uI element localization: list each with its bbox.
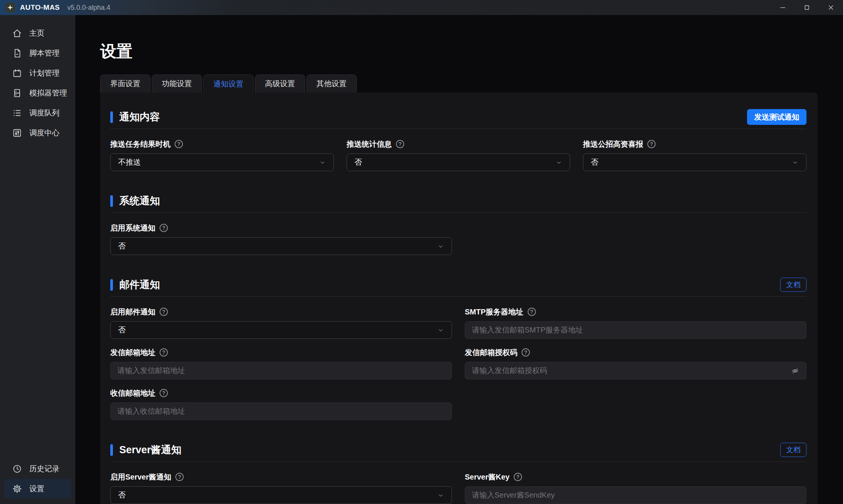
eye-off-icon xyxy=(791,367,799,375)
sidebar-item-label: 计划管理 xyxy=(29,68,59,78)
sidebar-item-home[interactable]: 主页 xyxy=(4,23,72,43)
field-label: 推送公招高资喜报 xyxy=(583,139,643,149)
push-recruit-select[interactable]: 否 xyxy=(583,153,806,171)
sidebar-item-dispatch[interactable]: 调度中心 xyxy=(4,123,72,143)
close-button[interactable] xyxy=(819,0,843,15)
notification-settings-panel: 通知内容 发送测试通知 推送任务结果时机 不推送 xyxy=(100,93,818,504)
help-icon[interactable] xyxy=(647,140,656,148)
sidebar-item-settings[interactable]: 设置 xyxy=(4,479,72,498)
tab-interface-settings[interactable]: 界面设置 xyxy=(100,74,151,93)
settings-icon xyxy=(12,484,22,494)
toggle-password-visibility-button[interactable] xyxy=(791,367,799,375)
field-label: 发信邮箱授权码 xyxy=(465,348,517,358)
sidebar-item-label: 调度队列 xyxy=(29,108,59,118)
section-divider xyxy=(110,213,806,213)
section-accent-bar xyxy=(110,444,113,456)
page-title: 设置 xyxy=(100,41,818,62)
push-stats-select[interactable]: 否 xyxy=(347,153,570,171)
send-test-notification-button[interactable]: 发送测试通知 xyxy=(747,109,806,125)
section-notification-content: 通知内容 发送测试通知 推送任务结果时机 不推送 xyxy=(110,110,806,171)
sidebar-spacer xyxy=(4,143,72,459)
history-icon xyxy=(12,464,22,474)
section-title: Server酱通知 xyxy=(119,443,181,457)
email-auth-code-input[interactable] xyxy=(472,366,787,375)
sender-email-input[interactable] xyxy=(117,366,445,375)
field-email-auth-code: 发信邮箱授权码 xyxy=(465,348,806,380)
sidebar-item-scripts[interactable]: 脚本管理 xyxy=(4,43,72,63)
tab-notification-settings[interactable]: 通知设置 xyxy=(203,74,254,93)
section-title: 系统通知 xyxy=(119,194,160,208)
main-content: 设置 界面设置 功能设置 通知设置 高级设置 其他设置 通知内容 发送测试通知 xyxy=(75,15,843,504)
section-title: 通知内容 xyxy=(119,110,160,124)
field-push-timing: 推送任务结果时机 不推送 xyxy=(110,140,334,171)
field-smtp-server: SMTP服务器地址 xyxy=(465,307,806,339)
push-timing-select[interactable]: 不推送 xyxy=(110,153,334,171)
field-serverchan-key: Server酱Key xyxy=(465,472,806,504)
email-docs-button[interactable]: 文档 xyxy=(780,278,806,292)
tab-other-settings[interactable]: 其他设置 xyxy=(306,74,357,93)
help-icon[interactable] xyxy=(175,473,184,481)
serverchan-key-input[interactable] xyxy=(472,491,799,499)
field-label: 启用系统通知 xyxy=(110,223,155,233)
section-accent-bar xyxy=(110,111,113,123)
help-icon[interactable] xyxy=(522,348,530,357)
select-value: 否 xyxy=(591,157,598,167)
help-icon[interactable] xyxy=(160,348,168,357)
enable-serverchan-select[interactable]: 否 xyxy=(110,486,452,504)
chevron-down-icon xyxy=(792,159,799,166)
minimize-button[interactable] xyxy=(771,0,795,15)
app-version: v5.0.0-alpha.4 xyxy=(67,4,110,12)
receiver-email-input[interactable] xyxy=(117,407,445,416)
chevron-down-icon xyxy=(437,327,444,334)
sidebar-item-label: 调度中心 xyxy=(29,128,59,138)
help-icon[interactable] xyxy=(160,389,168,397)
field-push-stats: 推送统计信息 否 xyxy=(347,140,570,171)
field-label: 推送统计信息 xyxy=(347,139,392,149)
field-enable-system-notification: 启用系统通知 否 xyxy=(110,223,452,255)
section-email-notification: 邮件通知 文档 启用邮件通知 否 xyxy=(110,278,806,420)
chevron-down-icon xyxy=(555,159,562,166)
section-divider xyxy=(110,296,806,297)
sidebar: 主页 脚本管理 计划管理 模拟器管理 调度队列 调度中心 历史记录 xyxy=(0,15,75,504)
sidebar-item-history[interactable]: 历史记录 xyxy=(4,459,72,478)
sidebar-item-plans[interactable]: 计划管理 xyxy=(4,63,72,83)
help-icon[interactable] xyxy=(514,473,522,481)
select-value: 不推送 xyxy=(118,157,141,167)
section-accent-bar xyxy=(110,195,113,207)
help-icon[interactable] xyxy=(160,308,168,316)
help-icon[interactable] xyxy=(160,224,168,232)
field-sender-email: 发信邮箱地址 xyxy=(110,348,452,380)
smtp-server-input[interactable] xyxy=(472,326,799,334)
help-icon[interactable] xyxy=(396,140,404,148)
section-accent-bar xyxy=(110,279,113,291)
field-label: Server酱Key xyxy=(465,472,510,482)
section-divider xyxy=(110,461,806,462)
select-value: 否 xyxy=(118,490,126,500)
minimize-icon xyxy=(779,4,787,11)
field-label: 启用邮件通知 xyxy=(110,307,155,317)
field-enable-serverchan: 启用Server酱通知 否 xyxy=(110,472,452,504)
sidebar-item-emulators[interactable]: 模拟器管理 xyxy=(4,83,72,103)
help-icon[interactable] xyxy=(175,140,183,148)
tab-advanced-settings[interactable]: 高级设置 xyxy=(255,74,305,93)
calendar-icon xyxy=(12,68,22,78)
help-icon[interactable] xyxy=(528,308,536,316)
enable-email-notification-select[interactable]: 否 xyxy=(110,321,452,339)
maximize-icon xyxy=(803,4,811,11)
field-push-recruit: 推送公招高资喜报 否 xyxy=(583,140,806,171)
section-system-notification: 系统通知 启用系统通知 否 xyxy=(110,194,806,255)
section-divider xyxy=(110,129,806,129)
maximize-button[interactable] xyxy=(795,0,819,15)
dispatch-icon xyxy=(12,128,22,138)
enable-system-notification-select[interactable]: 否 xyxy=(110,237,452,255)
serverchan-docs-button[interactable]: 文档 xyxy=(780,443,806,457)
field-enable-email-notification: 启用邮件通知 否 xyxy=(110,307,452,339)
sidebar-item-label: 设置 xyxy=(29,484,44,494)
field-label: 发信邮箱地址 xyxy=(110,348,155,358)
sidebar-item-label: 历史记录 xyxy=(29,464,59,474)
sidebar-item-label: 模拟器管理 xyxy=(29,88,67,98)
section-serverchan-notification: Server酱通知 文档 启用Server酱通知 否 xyxy=(110,443,806,504)
section-title: 邮件通知 xyxy=(119,278,160,291)
sidebar-item-queue[interactable]: 调度队列 xyxy=(4,103,72,123)
tab-function-settings[interactable]: 功能设置 xyxy=(152,74,202,93)
